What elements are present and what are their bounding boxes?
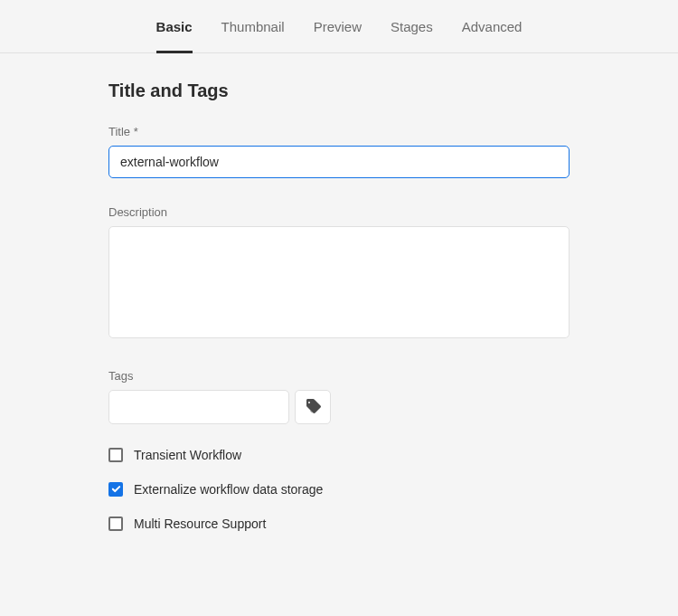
tags-field-group: Tags — [108, 369, 570, 424]
checkbox-label: Multi Resource Support — [134, 516, 266, 531]
tab-thumbnail[interactable]: Thumbnail — [221, 19, 285, 53]
tab-advanced[interactable]: Advanced — [462, 19, 523, 53]
checkbox-label: Externalize workflow data storage — [134, 482, 323, 497]
checkbox-externalize-storage[interactable]: Externalize workflow data storage — [108, 482, 570, 497]
description-input[interactable] — [108, 226, 570, 338]
checkbox-transient-workflow[interactable]: Transient Workflow — [108, 448, 570, 462]
tags-input[interactable] — [108, 390, 289, 424]
section-title: Title and Tags — [108, 81, 570, 101]
check-icon — [111, 481, 121, 498]
checkbox-label: Transient Workflow — [134, 448, 241, 462]
tags-picker-button[interactable] — [295, 390, 331, 424]
tab-stages[interactable]: Stages — [391, 19, 433, 53]
tabs-bar: Basic Thumbnail Preview Stages Advanced — [0, 0, 678, 53]
checkbox-box — [108, 448, 123, 462]
description-label: Description — [108, 205, 570, 219]
tab-preview[interactable]: Preview — [314, 19, 362, 53]
tags-label: Tags — [108, 369, 570, 383]
title-field-group: Title * — [108, 125, 570, 178]
checkbox-multi-resource[interactable]: Multi Resource Support — [108, 516, 570, 531]
checkbox-box — [108, 516, 123, 531]
title-label: Title * — [108, 125, 570, 138]
checkbox-list: Transient Workflow Externalize workflow … — [108, 448, 570, 531]
description-field-group: Description — [108, 205, 570, 342]
tag-icon — [305, 398, 321, 417]
checkbox-box — [108, 482, 123, 497]
content-area: Title and Tags Title * Description Tags — [0, 53, 678, 531]
tab-basic[interactable]: Basic — [156, 19, 193, 53]
title-input[interactable] — [108, 146, 570, 178]
